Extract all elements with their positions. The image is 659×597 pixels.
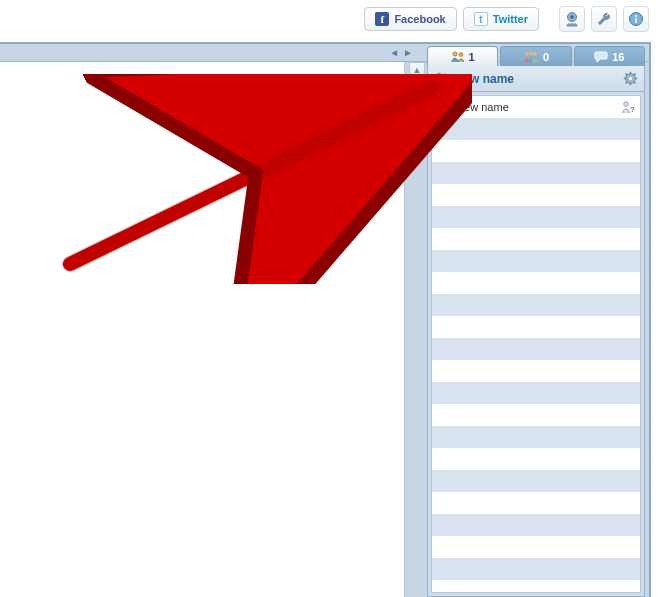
list-item bbox=[432, 470, 640, 492]
list-item bbox=[432, 250, 640, 272]
svg-point-5 bbox=[453, 52, 457, 56]
list-item bbox=[432, 228, 640, 250]
svg-point-22 bbox=[443, 102, 448, 107]
svg-point-23 bbox=[624, 102, 629, 107]
list-item bbox=[432, 448, 640, 470]
list-item bbox=[432, 118, 640, 140]
people-duo-icon bbox=[451, 51, 465, 63]
panel-title: new name bbox=[456, 72, 617, 86]
list-item bbox=[432, 360, 640, 382]
webcam-icon bbox=[564, 11, 580, 27]
list-item bbox=[432, 536, 640, 558]
svg-rect-4 bbox=[635, 18, 637, 23]
main-content bbox=[0, 62, 405, 597]
svg-line-19 bbox=[634, 82, 636, 84]
people-duo-icon bbox=[434, 72, 450, 86]
gear-icon[interactable] bbox=[623, 71, 638, 86]
facebook-icon: f bbox=[375, 12, 389, 26]
contact-name: new name bbox=[458, 101, 509, 113]
list-item bbox=[432, 382, 640, 404]
scroll-down-button[interactable]: ▼ bbox=[409, 94, 425, 110]
info-button[interactable] bbox=[623, 6, 649, 32]
svg-point-11 bbox=[443, 74, 447, 78]
svg-point-3 bbox=[635, 15, 637, 17]
list-item[interactable]: new name? bbox=[432, 96, 640, 118]
list-item bbox=[432, 140, 640, 162]
info-icon bbox=[628, 11, 644, 27]
list-item bbox=[432, 184, 640, 206]
list-item bbox=[432, 316, 640, 338]
list-item bbox=[432, 492, 640, 514]
svg-point-13 bbox=[629, 77, 632, 80]
twitter-button[interactable]: t Twitter bbox=[463, 7, 539, 31]
list-item bbox=[432, 162, 640, 184]
svg-line-20 bbox=[634, 74, 636, 76]
facebook-label: Facebook bbox=[394, 13, 445, 25]
list-item bbox=[432, 514, 640, 536]
tab-people-count: 1 bbox=[469, 51, 475, 63]
svg-point-7 bbox=[525, 52, 529, 56]
tab-scroll-right[interactable]: ► bbox=[403, 44, 413, 62]
tab-chat-count: 16 bbox=[612, 51, 624, 63]
contacts-list: new name? bbox=[431, 95, 641, 593]
people-group-icon bbox=[523, 51, 539, 63]
scroll-thumb[interactable] bbox=[409, 79, 425, 95]
svg-line-18 bbox=[626, 74, 628, 76]
tab-people[interactable]: 1 bbox=[427, 46, 498, 66]
list-item bbox=[432, 404, 640, 426]
scroll-up-button[interactable]: ▲ bbox=[409, 62, 425, 79]
svg-line-21 bbox=[626, 82, 628, 84]
list-item bbox=[432, 206, 640, 228]
list-item bbox=[432, 426, 640, 448]
list-item bbox=[432, 338, 640, 360]
list-item bbox=[432, 580, 640, 593]
svg-point-9 bbox=[533, 52, 537, 56]
list-item bbox=[432, 558, 640, 580]
tab-scroll-left[interactable]: ◄ bbox=[389, 44, 399, 62]
tab-chat[interactable]: 16 bbox=[574, 46, 645, 66]
chat-bubble-icon bbox=[594, 51, 608, 63]
twitter-label: Twitter bbox=[493, 13, 528, 25]
twitter-icon: t bbox=[474, 12, 488, 26]
status-unknown-icon: ? bbox=[620, 100, 634, 114]
svg-text:?: ? bbox=[630, 105, 634, 114]
content-scrollbar[interactable]: ▲ ▼ bbox=[409, 62, 425, 110]
person-icon bbox=[438, 100, 452, 114]
tab-groups[interactable]: 0 bbox=[500, 46, 571, 66]
list-item bbox=[432, 294, 640, 316]
svg-point-10 bbox=[437, 73, 442, 78]
facebook-button[interactable]: f Facebook bbox=[364, 7, 456, 31]
svg-point-6 bbox=[459, 52, 463, 56]
list-item bbox=[432, 272, 640, 294]
svg-point-8 bbox=[529, 51, 533, 55]
wrench-icon bbox=[596, 11, 612, 27]
webcam-button[interactable] bbox=[559, 6, 585, 32]
tab-groups-count: 0 bbox=[543, 51, 549, 63]
refresh-icon bbox=[412, 81, 422, 91]
svg-point-1 bbox=[570, 15, 574, 19]
settings-button[interactable] bbox=[591, 6, 617, 32]
